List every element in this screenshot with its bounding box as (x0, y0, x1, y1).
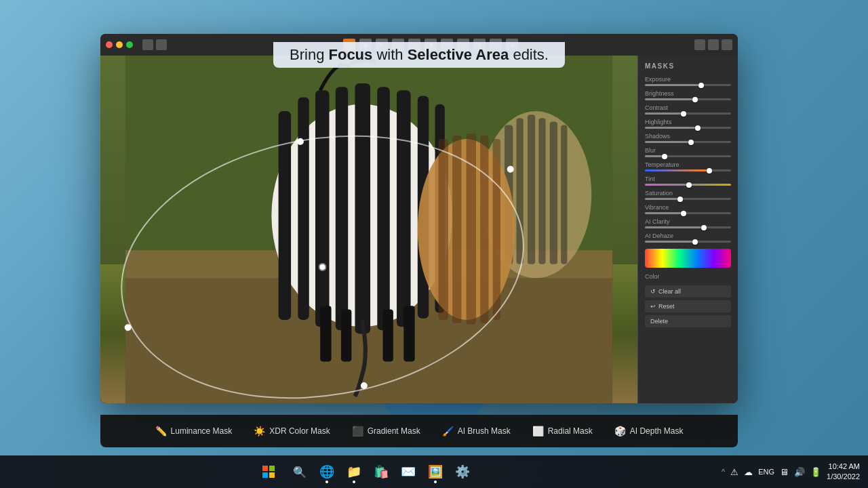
shadows-slider[interactable] (645, 141, 731, 143)
volume-icon[interactable]: 🔊 (794, 467, 805, 477)
zoom-in[interactable] (694, 39, 705, 50)
temperature-label: Temperature (645, 161, 731, 168)
taskbar-files[interactable]: 📁 (342, 460, 366, 484)
files-icon: 📁 (347, 464, 361, 479)
tool-type[interactable]: T (490, 39, 502, 51)
svg-rect-15 (279, 111, 291, 320)
svg-rect-10 (528, 115, 535, 264)
taskbar-center: 🔍 🌐 📁 🛍️ ✉️ 🖼️ ⚙️ (5, 458, 722, 485)
highlights-slider[interactable] (645, 127, 731, 129)
clear-all-button[interactable]: ↺ Clear all (645, 285, 731, 298)
svg-rect-26 (452, 136, 461, 323)
xdr-icon: ☀️ (254, 426, 265, 436)
svg-rect-12 (550, 121, 557, 264)
color-swatch[interactable] (645, 249, 731, 268)
temperature-slider[interactable] (645, 169, 731, 171)
taskbar-settings[interactable]: ⚙️ (450, 460, 475, 484)
blur-row: Blur (638, 145, 738, 159)
warning-icon[interactable]: ⚠ (730, 467, 738, 477)
masks-panel: MASKS Exposure Brightness Contrast (637, 56, 738, 403)
vibrance-row: Vibrance (638, 202, 738, 216)
ai-brush-mask-button[interactable]: 🖌️ AI Brush Mask (433, 421, 520, 441)
ai-clarity-slider[interactable] (645, 226, 731, 228)
nav-forward[interactable] (156, 39, 167, 50)
ai-depth-icon: 🎲 (614, 426, 626, 436)
ai-depth-label: AI Depth Mask (630, 426, 684, 436)
luminance-mask-button[interactable]: ✏️ Luminance Mask (146, 421, 242, 441)
delete-button[interactable]: Delete (645, 315, 731, 327)
blur-slider[interactable] (645, 155, 731, 157)
reset-button[interactable]: ↩ Reset (645, 300, 731, 312)
saturation-label: Saturation (645, 190, 731, 197)
battery-icon[interactable]: 🔋 (810, 467, 821, 477)
maximize-button[interactable] (126, 41, 133, 48)
tool-pen[interactable]: ✒ (376, 39, 388, 51)
zoom-out[interactable] (708, 39, 719, 50)
saturation-slider[interactable] (645, 198, 731, 200)
taskbar-store[interactable]: 🛍️ (369, 460, 393, 484)
radial-mask-button[interactable]: ⬜ Radial Mask (523, 421, 602, 441)
vibrance-label: Vibrance (645, 204, 731, 211)
clock-date: 1/30/2022 (827, 472, 860, 482)
taskbar-right: ^ ⚠ ☁ ENG 🖥 🔊 🔋 10:42 AM 1/30/2022 (722, 462, 868, 483)
tool-line[interactable]: / (392, 39, 404, 51)
svg-rect-17 (315, 90, 330, 327)
minimize-button[interactable] (116, 41, 123, 48)
nav-back[interactable] (142, 39, 153, 50)
svg-rect-35 (269, 466, 275, 471)
monitor-icon[interactable]: 🖥 (780, 467, 789, 477)
radial-label: Radial Mask (548, 426, 593, 436)
tint-slider[interactable] (645, 184, 731, 186)
cloud-icon[interactable]: ☁ (744, 467, 753, 477)
svg-rect-18 (336, 87, 348, 330)
delete-label: Delete (650, 318, 668, 325)
gradient-label: Gradient Mask (368, 426, 420, 436)
tool-select-rect[interactable]: ▣ (359, 39, 372, 51)
app-window: 🖌 ▣ ✒ / ⬡ ◑ ⊂ △ ★ T ◈ (100, 34, 738, 403)
exposure-label: Exposure (645, 76, 731, 83)
ai-depth-mask-button[interactable]: 🎲 AI Depth Mask (605, 421, 693, 441)
start-button[interactable] (255, 458, 282, 485)
photo-area[interactable] (100, 56, 637, 403)
xdr-color-mask-button[interactable]: ☀️ XDR Color Mask (244, 421, 339, 441)
tool-brush[interactable]: 🖌 (343, 39, 355, 51)
tool-lasso[interactable]: ⊂ (441, 39, 453, 51)
saturation-row: Saturation (638, 188, 738, 202)
taskbar-search[interactable]: 🔍 (288, 460, 312, 484)
brightness-label: Brightness (645, 90, 731, 97)
language-indicator[interactable]: ENG (758, 468, 774, 476)
fullscreen[interactable] (722, 39, 732, 50)
contrast-label: Contrast (645, 104, 731, 111)
ai-dehaze-slider[interactable] (645, 241, 731, 243)
exposure-row: Exposure (638, 74, 738, 88)
xdr-label: XDR Color Mask (269, 426, 330, 436)
taskbar-edge[interactable]: 🌐 (315, 460, 339, 484)
taskbar-mail[interactable]: ✉️ (396, 460, 420, 484)
tool-star[interactable]: ★ (473, 39, 486, 51)
gradient-mask-button[interactable]: ⬛ Gradient Mask (342, 421, 430, 441)
panel-title: MASKS (638, 56, 738, 74)
close-button[interactable] (106, 41, 113, 48)
contrast-slider[interactable] (645, 113, 731, 115)
highlights-label: Highlights (645, 119, 731, 125)
window-right-controls (694, 39, 732, 50)
zebra-scene (100, 56, 637, 403)
tool-shape[interactable]: ⬡ (408, 39, 420, 51)
tool-extra1[interactable]: ◈ (506, 39, 518, 51)
exposure-slider[interactable] (645, 84, 731, 86)
tool-polygon[interactable]: △ (457, 39, 469, 51)
taskbar-photos[interactable]: 🖼️ (423, 460, 448, 484)
tray-expand-button[interactable]: ^ (722, 468, 725, 476)
brightness-slider[interactable] (645, 98, 731, 100)
svg-rect-25 (439, 139, 448, 320)
nav-icons (142, 39, 167, 50)
vibrance-slider[interactable] (645, 212, 731, 214)
svg-rect-32 (383, 309, 393, 361)
ai-brush-icon: 🖌️ (442, 426, 454, 436)
tool-gradient-tb[interactable]: ◑ (425, 39, 437, 51)
tint-row: Tint (638, 174, 738, 188)
svg-rect-34 (262, 466, 268, 471)
svg-rect-28 (480, 136, 488, 323)
system-clock[interactable]: 10:42 AM 1/30/2022 (827, 462, 860, 483)
window-controls (106, 41, 133, 48)
